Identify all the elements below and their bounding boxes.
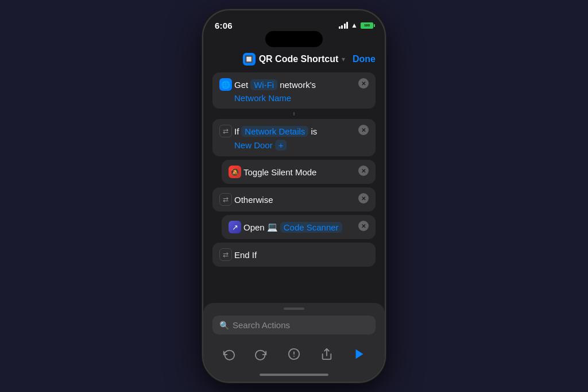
action-toggle-inner: 🔕 Toggle Silent Mode — [229, 166, 354, 178]
is-label: is — [311, 126, 317, 136]
action-open-row: ↗ Open 💻 Code Scanner — [229, 221, 354, 233]
end-if-action-icon: ⇄ — [219, 248, 232, 261]
otherwise-action-icon: ⇄ — [219, 193, 232, 206]
action-get-wifi-row1: 🌐 Get Wi-Fi network's — [219, 78, 354, 91]
toggle-label: Toggle — [243, 167, 269, 177]
info-button[interactable] — [284, 344, 304, 364]
screen: 6:06 ▲ 100 🔲 QR Code Shortcut — [203, 10, 385, 382]
connector-1 — [212, 112, 376, 116]
get-label: Get — [234, 80, 248, 90]
nav-app-icon: 🔲 — [243, 53, 256, 66]
action-block-otherwise[interactable]: ⇄ Otherwise ✕ — [212, 187, 376, 212]
action-if-inner: ⇄ If Network Details is New Door + — [219, 125, 354, 151]
indent-wrapper-toggle: 🔕 Toggle Silent Mode ✕ — [212, 160, 376, 184]
wifi-action-icon: 🌐 — [219, 78, 232, 91]
battery-icon: 100 — [361, 22, 373, 29]
search-icon: 🔍 — [219, 321, 229, 330]
open-label: Open — [243, 222, 265, 232]
nav-title: 🔲 QR Code Shortcut ▾ — [243, 53, 346, 66]
network-name-label: Network Name — [234, 93, 291, 103]
search-placeholder: Search Actions — [233, 320, 290, 330]
open-action-icon: ↗ — [229, 221, 241, 233]
wifi-status-icon: ▲ — [351, 21, 358, 29]
nav-title-text: QR Code Shortcut — [259, 54, 339, 64]
toggle-action-icon: 🔕 — [229, 166, 241, 178]
action-end-if-row: ⇄ End If — [219, 248, 369, 261]
otherwise-label: Otherwise — [234, 195, 273, 205]
action-block-open[interactable]: ↗ Open 💻 Code Scanner ✕ — [222, 215, 376, 239]
sheet-handle — [284, 308, 304, 310]
close-open-button[interactable]: ✕ — [358, 221, 369, 231]
nav-bar: 🔲 QR Code Shortcut ▾ Done — [203, 51, 385, 70]
indent-wrapper-open: ↗ Open 💻 Code Scanner ✕ — [212, 215, 376, 239]
action-if-row: ⇄ If Network Details is — [219, 125, 354, 137]
new-door-label: New Door — [234, 140, 273, 150]
play-button[interactable] — [349, 344, 370, 364]
share-button[interactable] — [316, 344, 337, 364]
code-scanner-label[interactable]: Code Scanner — [280, 222, 342, 233]
action-if-row2: New Door + — [219, 140, 354, 151]
close-otherwise-button[interactable]: ✕ — [358, 193, 369, 203]
done-button[interactable]: Done — [353, 54, 376, 64]
action-get-wifi-inner: 🌐 Get Wi-Fi network's Network Name — [219, 78, 354, 103]
networks-label: network's — [280, 80, 316, 90]
search-bar[interactable]: 🔍 Search Actions — [212, 316, 376, 335]
redo-button[interactable] — [251, 344, 272, 364]
close-get-wifi-button[interactable]: ✕ — [358, 78, 369, 89]
status-time: 6:06 — [215, 21, 233, 30]
end-if-label: End If — [234, 250, 257, 260]
action-open-inner: ↗ Open 💻 Code Scanner — [229, 221, 354, 233]
close-toggle-button[interactable]: ✕ — [358, 166, 369, 176]
action-otherwise-inner: ⇄ Otherwise — [219, 193, 354, 206]
code-scanner-icon: 💻 — [267, 222, 278, 232]
bottom-toolbar — [212, 340, 376, 370]
wifi-label[interactable]: Wi-Fi — [250, 79, 277, 90]
action-block-get-wifi[interactable]: 🌐 Get Wi-Fi network's Network Name ✕ — [212, 72, 376, 109]
if-action-icon: ⇄ — [219, 125, 232, 137]
add-condition-button[interactable]: + — [275, 140, 287, 151]
if-label: If — [234, 126, 239, 136]
action-otherwise-row: ⇄ Otherwise — [219, 193, 354, 206]
action-toggle-row: 🔕 Toggle Silent Mode — [229, 166, 354, 178]
action-get-wifi-row2: Network Name — [219, 93, 354, 103]
home-indicator — [260, 374, 328, 376]
action-block-if[interactable]: ⇄ If Network Details is New Door + ✕ — [212, 119, 376, 156]
network-details-label[interactable]: Network Details — [241, 126, 308, 137]
vert-line-1 — [293, 112, 295, 116]
status-icons: ▲ 100 — [339, 21, 373, 29]
action-block-end-if[interactable]: ⇄ End If — [212, 243, 376, 267]
action-block-toggle[interactable]: 🔕 Toggle Silent Mode ✕ — [222, 160, 376, 184]
content-area: 🌐 Get Wi-Fi network's Network Name ✕ — [203, 70, 385, 303]
action-end-if-inner: ⇄ End If — [219, 248, 369, 261]
silent-mode-label: Silent Mode — [271, 167, 316, 177]
bottom-sheet: 🔍 Search Actions — [203, 303, 385, 382]
dynamic-island — [265, 31, 323, 47]
close-if-button[interactable]: ✕ — [358, 125, 369, 135]
phone-frame: 6:06 ▲ 100 🔲 QR Code Shortcut — [202, 9, 386, 383]
svg-marker-4 — [355, 349, 363, 359]
nav-chevron-icon[interactable]: ▾ — [342, 55, 345, 63]
undo-button[interactable] — [218, 344, 239, 364]
signal-icon — [339, 22, 349, 29]
